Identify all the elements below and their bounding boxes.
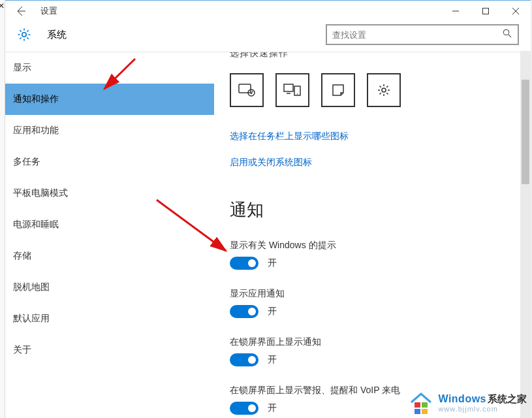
svg-rect-5 — [239, 84, 251, 93]
link-taskbar-icons[interactable]: 选择在任务栏上显示哪些图标 — [230, 131, 515, 142]
svg-line-4 — [509, 35, 511, 37]
close-icon: ✕ — [0, 1, 5, 10]
sidebar-item-display[interactable]: 显示 — [5, 52, 214, 84]
toggle-state: 开 — [268, 306, 277, 317]
toggle-state: 开 — [268, 402, 277, 414]
toggle-knob — [248, 308, 256, 315]
svg-point-2 — [22, 33, 26, 37]
svg-rect-17 — [422, 409, 428, 414]
qa-tile-tablet[interactable] — [230, 73, 264, 107]
quick-actions-heading: 选择快速操作 — [230, 52, 289, 57]
sidebar-item-label: 显示 — [13, 62, 31, 74]
body: 显示 通知和操作 应用和功能 多任务 平板电脑模式 电源和睡眠 存储 脱机地图 … — [5, 52, 531, 418]
window-controls — [441, 1, 531, 22]
toggle-knob — [248, 404, 256, 412]
sidebar-item-label: 应用和功能 — [13, 125, 59, 137]
watermark-brand: Windows — [438, 393, 486, 405]
svg-rect-15 — [422, 402, 428, 408]
setting-app-notifications: 显示应用通知 开 — [230, 288, 515, 318]
titlebar: 设置 — [5, 1, 531, 22]
toggle-windows-tips[interactable] — [230, 257, 258, 270]
search-input[interactable] — [332, 30, 502, 40]
svg-point-10 — [297, 93, 298, 95]
sidebar-item-label: 多任务 — [13, 156, 40, 168]
svg-rect-1 — [483, 8, 489, 14]
sidebar-item-offline-maps[interactable]: 脱机地图 — [5, 272, 214, 303]
toggle-state: 开 — [268, 257, 277, 269]
watermark: Windows 系统之家 www.bjjmlv.com — [408, 391, 527, 415]
link-system-icons[interactable]: 启用或关闭系统图标 — [230, 157, 515, 169]
sidebar-item-label: 关于 — [13, 344, 31, 356]
sidebar-item-label: 存储 — [13, 250, 31, 262]
toggle-lockscreen-notifications[interactable] — [230, 353, 258, 366]
toggle-app-notifications[interactable] — [230, 305, 258, 318]
toggle-state: 开 — [268, 354, 277, 366]
search-container — [326, 24, 519, 45]
scrollbar-thumb[interactable] — [522, 80, 529, 184]
sidebar-item-multitask[interactable]: 多任务 — [5, 146, 214, 178]
qa-tile-project[interactable] — [275, 73, 309, 107]
sidebar-item-storage[interactable]: 存储 — [5, 240, 214, 272]
quick-actions-row — [230, 73, 515, 107]
svg-rect-16 — [415, 409, 420, 414]
qa-tile-note[interactable] — [321, 73, 355, 107]
close-button[interactable] — [501, 1, 531, 22]
sidebar-item-about[interactable]: 关于 — [5, 334, 214, 366]
search-icon[interactable] — [502, 28, 512, 41]
house-icon — [408, 391, 434, 415]
sidebar-item-default-apps[interactable]: 默认应用 — [5, 303, 214, 334]
sidebar-item-label: 默认应用 — [13, 313, 50, 325]
svg-point-11 — [382, 88, 386, 92]
minimize-button[interactable] — [441, 1, 471, 22]
toggle-knob — [248, 356, 256, 364]
page-title: 系统 — [47, 29, 67, 41]
settings-window: 设置 系统 — [5, 0, 531, 418]
qa-tile-settings[interactable] — [367, 73, 401, 107]
sidebar-item-label: 平板电脑模式 — [13, 187, 68, 199]
svg-rect-7 — [284, 84, 293, 91]
maximize-button[interactable] — [471, 1, 501, 22]
cutoff-top: 选择快速操作 — [230, 52, 515, 57]
link-group: 选择在任务栏上显示哪些图标 启用或关闭系统图标 — [230, 131, 515, 169]
setting-lockscreen-notifications: 在锁屏界面上显示通知 开 — [230, 336, 515, 366]
svg-rect-14 — [415, 402, 420, 408]
sidebar: 显示 通知和操作 应用和功能 多任务 平板电脑模式 电源和睡眠 存储 脱机地图 … — [5, 52, 214, 418]
sidebar-item-power[interactable]: 电源和睡眠 — [5, 209, 214, 240]
search-box[interactable] — [326, 24, 519, 45]
setting-label: 显示有关 Windows 的提示 — [230, 240, 515, 251]
svg-point-3 — [503, 29, 509, 35]
setting-label: 显示应用通知 — [230, 288, 515, 300]
sidebar-item-notifications[interactable]: 通知和操作 — [5, 84, 214, 115]
watermark-url: www.bjjmlv.com — [438, 406, 527, 413]
back-button[interactable] — [12, 5, 30, 18]
sidebar-item-tablet[interactable]: 平板电脑模式 — [5, 178, 214, 209]
sidebar-item-label: 脱机地图 — [13, 281, 50, 293]
sidebar-item-label: 通知和操作 — [13, 93, 59, 105]
gear-icon[interactable] — [17, 27, 31, 42]
sidebar-item-label: 电源和睡眠 — [13, 219, 59, 231]
header-bar: 系统 — [5, 22, 531, 52]
setting-label: 在锁屏界面上显示通知 — [230, 336, 515, 348]
watermark-brand-cn: 系统之家 — [488, 393, 527, 406]
window-title: 设置 — [40, 5, 57, 17]
vertical-scrollbar[interactable] — [520, 51, 531, 418]
setting-windows-tips: 显示有关 Windows 的提示 开 — [230, 240, 515, 270]
content-pane: 选择快速操作 选择在任务栏上显示哪些图标 启用或关闭系统图标 — [214, 52, 531, 418]
sidebar-item-apps[interactable]: 应用和功能 — [5, 115, 214, 146]
section-title-notifications: 通知 — [230, 199, 515, 221]
toggle-lockscreen-alerts[interactable] — [230, 402, 258, 415]
toggle-knob — [248, 259, 256, 267]
background-sliver: ✕ — [0, 0, 5, 418]
